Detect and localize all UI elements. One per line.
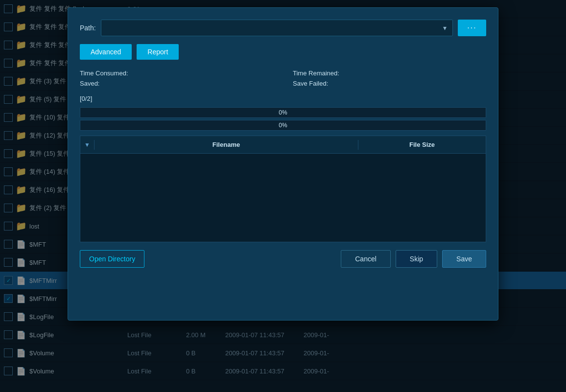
file-table: ▼ Filename File Size (80, 136, 486, 242)
saved-label: Saved: (80, 80, 99, 87)
save-failed-stat: Save Failed: (293, 80, 486, 87)
advanced-button[interactable]: Advanced (80, 44, 132, 60)
col-filesize-header: File Size (358, 141, 486, 148)
action-buttons-row: Advanced Report (80, 44, 486, 60)
save-failed-label: Save Failed: (293, 80, 328, 87)
time-remained-stat: Time Remained: (293, 69, 486, 77)
progress-bar-1-text: 0% (279, 109, 287, 116)
path-label: Path: (80, 24, 96, 32)
progress-bar-1: 0% (80, 107, 486, 118)
bottom-buttons-row: Open Directory Cancel Skip Save (80, 250, 486, 268)
save-button[interactable]: Save (442, 250, 486, 268)
progress-bar-2: 0% (80, 120, 486, 131)
open-directory-button[interactable]: Open Directory (80, 250, 144, 268)
table-body (80, 154, 486, 242)
time-consumed-label: Time Consumed: (80, 69, 128, 77)
report-button[interactable]: Report (137, 44, 179, 60)
skip-button[interactable]: Skip (396, 250, 437, 268)
progress-bar-2-text: 0% (279, 122, 287, 129)
saved-stat: Saved: (80, 80, 273, 87)
path-input[interactable] (105, 24, 441, 32)
col-filename-header: Filename (94, 141, 358, 148)
path-row: Path: ▾ ··· (80, 20, 486, 36)
table-header: ▼ Filename File Size (80, 136, 486, 154)
path-browse-button[interactable]: ··· (458, 20, 486, 36)
path-input-wrap: ▾ (101, 20, 453, 36)
time-consumed-stat: Time Consumed: (80, 69, 273, 77)
stats-grid: Time Consumed: Time Remained: Saved: Sav… (80, 69, 486, 87)
file-counter: [0/2] (80, 95, 486, 102)
path-dropdown-icon[interactable]: ▾ (441, 24, 448, 32)
cancel-button[interactable]: Cancel (341, 250, 391, 268)
column-toggle-icon[interactable]: ▼ (80, 141, 94, 148)
dialog-overlay: Path: ▾ ··· Advanced Report Time Consume… (0, 0, 566, 392)
time-remained-label: Time Remained: (293, 69, 339, 77)
save-dialog: Path: ▾ ··· Advanced Report Time Consume… (68, 7, 498, 321)
